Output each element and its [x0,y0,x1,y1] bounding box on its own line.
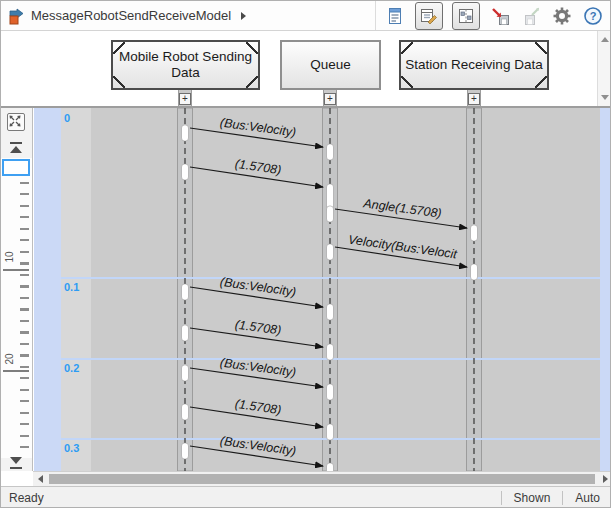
expand-lifeline-button[interactable]: + [468,93,480,105]
ruler-label: 10 [4,247,15,263]
corner-mark-icon [535,42,547,54]
help-glyph: ? [590,10,597,22]
header-scrollbar[interactable] [597,31,611,106]
time-label: 0.2 [64,362,79,374]
ruler-major-tick [3,269,29,271]
corner-mark-icon [113,42,125,54]
message-endpoint-pill[interactable] [327,144,334,160]
go-to-first-event-button[interactable] [6,139,26,157]
model-hierarchy-icon [7,7,25,25]
breadcrumb[interactable]: MessageRobotSendReceiveModel [1,7,375,25]
export-save-button[interactable] [489,5,511,27]
status-text: Ready [1,491,501,505]
edit-filters-button[interactable] [415,2,443,30]
restore-settings-button[interactable] [520,5,542,27]
log-report-button[interactable] [384,5,406,27]
time-gutter-right [600,108,611,471]
canvas-background [91,108,600,471]
time-label: 0.1 [64,281,79,293]
lifeline-label: Queue [310,57,351,73]
message-endpoint-pill[interactable] [327,424,334,440]
message-endpoint-pill[interactable] [182,325,189,341]
corner-mark-icon [246,76,258,88]
ruler-ticks [20,182,29,454]
status-shown[interactable]: Shown [501,491,563,504]
go-to-top-icon [9,142,23,154]
expand-lifeline-button[interactable]: + [324,93,336,105]
ruler-major-tick [3,370,29,372]
corner-mark-icon [246,42,258,54]
model-name[interactable]: MessageRobotSendReceiveModel [31,8,231,23]
message-endpoint-pill[interactable] [471,264,478,280]
message-endpoint-pill[interactable] [327,206,334,222]
toolbar: MessageRobotSendReceiveModel [1,1,611,31]
lifeline-head-0[interactable]: Mobile Robot Sending Data [111,40,260,90]
message-endpoint-pill[interactable] [327,384,334,400]
status-auto[interactable]: Auto [562,491,611,504]
horizontal-scrollbar[interactable] [33,471,611,486]
go-to-bottom-icon [9,457,23,469]
sequence-viewer-window: MessageRobotSendReceiveModel [0,0,611,508]
sequence-canvas[interactable]: 00.10.20.3(Bus:Velocity)(1.5708)Angle(1.… [34,108,611,471]
message-endpoint-pill[interactable] [327,244,334,260]
fit-to-view-icon [7,113,25,131]
message-endpoint-pill[interactable] [471,225,478,241]
restore-settings-icon [521,6,541,26]
show-lifelines-icon [456,6,476,26]
help-icon: ? [583,6,603,26]
scroll-right-icon[interactable] [603,475,608,483]
expand-lifeline-button[interactable]: + [179,93,191,105]
lifeline-label: Station Receiving Data [405,57,542,73]
message-endpoint-pill[interactable] [182,164,189,180]
go-to-last-event-button[interactable] [6,454,26,472]
message-endpoint-pill[interactable] [182,125,189,141]
time-gutter-left [34,108,61,471]
toolbar-actions: ? [375,1,611,30]
time-label: 0.3 [64,442,79,454]
scroll-left-icon[interactable] [38,475,43,483]
corner-mark-icon [535,76,547,88]
show-lifelines-button[interactable] [452,2,480,30]
zoom-sidebar: 10 20 [1,108,33,471]
status-bar: Ready Shown Auto [1,486,611,508]
message-endpoint-pill[interactable] [182,284,189,300]
message-endpoint-pill[interactable] [327,463,334,471]
help-button[interactable]: ? [582,5,604,27]
lifeline-head-1[interactable]: Queue [280,40,381,90]
export-save-icon [490,6,510,26]
scroll-down-icon[interactable] [601,95,609,100]
scroll-up-icon[interactable] [601,37,609,42]
lifeline-header: Mobile Robot Sending Data+Queue+Station … [1,31,611,106]
settings-gear-icon [552,6,572,26]
corner-mark-icon [113,76,125,88]
lifeline-head-2[interactable]: Station Receiving Data [399,40,549,90]
view-range-thumb[interactable] [2,159,30,176]
settings-button[interactable] [551,5,573,27]
status-right: Shown Auto [501,487,611,508]
log-report-icon [385,6,405,26]
message-endpoint-pill[interactable] [182,404,189,420]
edit-filters-icon [419,6,439,26]
horizontal-scroll-thumb[interactable] [49,474,595,484]
lifeline-label: Mobile Robot Sending Data [113,49,258,82]
fit-to-view-button[interactable] [6,113,26,131]
breadcrumb-caret-icon[interactable] [241,12,246,20]
message-endpoint-pill[interactable] [182,443,189,459]
corner-mark-icon [401,76,413,88]
message-endpoint-pill[interactable] [182,365,189,381]
ruler-label: 20 [4,349,15,365]
corner-mark-icon [401,42,413,54]
message-endpoint-pill[interactable] [327,304,334,320]
message-endpoint-pill[interactable] [327,344,334,360]
time-label: 0 [64,112,70,124]
